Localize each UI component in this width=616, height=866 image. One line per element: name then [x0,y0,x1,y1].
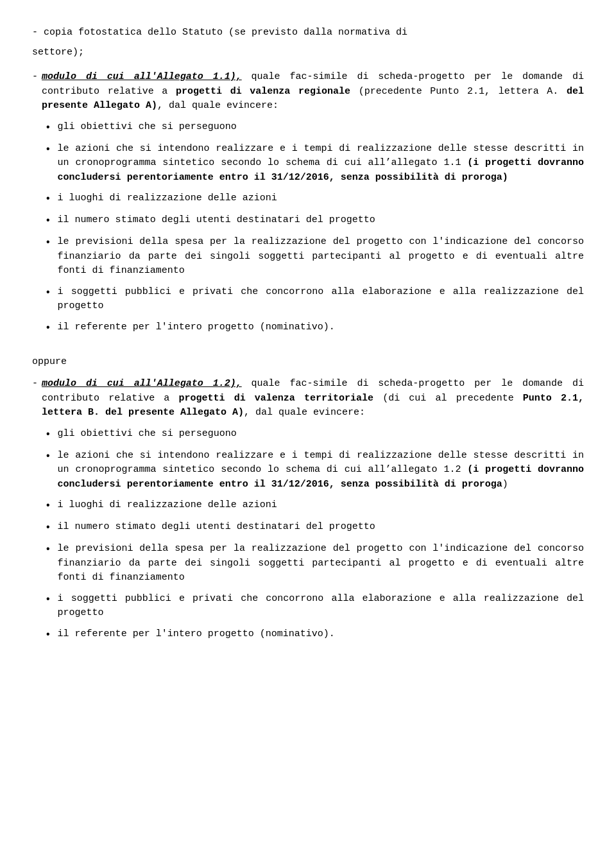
oppure-label: oppure [32,355,584,370]
bullet1-text2: le azioni che si intendono realizzare e … [58,142,584,186]
intro-line2: settore); [32,46,584,60]
bullet1-item7: il referente per l'intero progetto (nomi… [45,320,584,336]
bullet2-item3: i luoghi di realizzazione delle azioni [45,498,584,514]
bullet1-text1: gli obiettivi che si perseguono [58,120,237,135]
section1-text3: , dal quale evincere: [157,100,278,111]
section1-text2: (precedente Punto 2.1, lettera A. [350,86,567,97]
bullet1-bold2: (i progetti dovranno concludersi perento… [58,157,584,183]
section1-header: - modulo di cui all'Allegato 1.1), quale… [32,70,584,114]
bullet1-item5: le previsioni della spesa per la realizz… [45,235,584,279]
bullet2-text7: il referente per l'intero progetto (nomi… [58,627,335,642]
bullet1-text5: le previsioni della spesa per la realizz… [58,235,584,279]
bullet2-item2: le azioni che si intendono realizzare e … [45,449,584,492]
bullet2-item7: il referente per l'intero progetto (nomi… [45,627,584,643]
section1-text: modulo di cui all'Allegato 1.1), quale f… [42,70,584,114]
bullet1-text6: i soggetti pubblici e privati che concor… [58,285,584,314]
section2-text3: , dal quale evincere: [244,407,365,418]
bullet1-item6: i soggetti pubblici e privati che concor… [45,285,584,314]
document-body: - copia fotostatica dello Statuto (se pr… [32,26,584,643]
bullet2-text3: i luoghi di realizzazione delle azioni [58,498,277,513]
bullet2-text6: i soggetti pubblici e privati che concor… [58,592,584,621]
section2-text2: (di cui al precedente [373,393,523,404]
section2-dash: - [32,377,38,392]
intro-line1: - copia fotostatica dello Statuto (se pr… [32,26,584,40]
section2-allegato-ref: modulo di cui all'Allegato 1.2), [42,378,242,389]
bullet2-item6: i soggetti pubblici e privati che concor… [45,592,584,621]
bullets1-list: gli obiettivi che si perseguono le azion… [45,120,584,336]
section2-text: modulo di cui all'Allegato 1.2), quale f… [42,377,584,420]
section1-allegato-ref: modulo di cui all'Allegato 1.1), [42,71,242,82]
bullet2-bold2: (i progetti dovranno concludersi perento… [58,464,584,490]
bullet2-item1: gli obiettivi che si perseguono [45,427,584,442]
bullet2-item5: le previsioni della spesa per la realizz… [45,542,584,585]
bullet1-text7: il referente per l'intero progetto (nomi… [58,320,335,335]
bullet2-text5: le previsioni della spesa per la realizz… [58,542,584,585]
section1-dash: - [32,70,38,85]
bullet1-item4: il numero stimato degli utenti destinata… [45,213,584,229]
bullet2-text4: il numero stimato degli utenti destinata… [58,520,375,535]
bullet1-item2: le azioni che si intendono realizzare e … [45,142,584,186]
bullet1-text4: il numero stimato degli utenti destinata… [58,213,375,228]
section1-bold1: progetti di valenza regionale [176,86,350,97]
bullets2-list: gli obiettivi che si perseguono le azion… [45,427,584,643]
bullet1-text3: i luoghi di realizzazione delle azioni [58,191,277,206]
intro-text1: - copia fotostatica dello Statuto (se pr… [32,27,407,38]
bullet2-text1: gli obiettivi che si perseguono [58,427,237,442]
bullet2-text2: le azioni che si intendono realizzare e … [58,449,584,492]
section2-bold1: progetti di valenza territoriale [179,393,374,404]
bullet1-item1: gli obiettivi che si perseguono [45,120,584,135]
oppure-section: oppure [32,355,584,370]
bullet2-item4: il numero stimato degli utenti destinata… [45,520,584,535]
bullet1-item3: i luoghi di realizzazione delle azioni [45,191,584,207]
intro-text2: settore); [32,47,84,58]
section2-header: - modulo di cui all'Allegato 1.2), quale… [32,377,584,420]
